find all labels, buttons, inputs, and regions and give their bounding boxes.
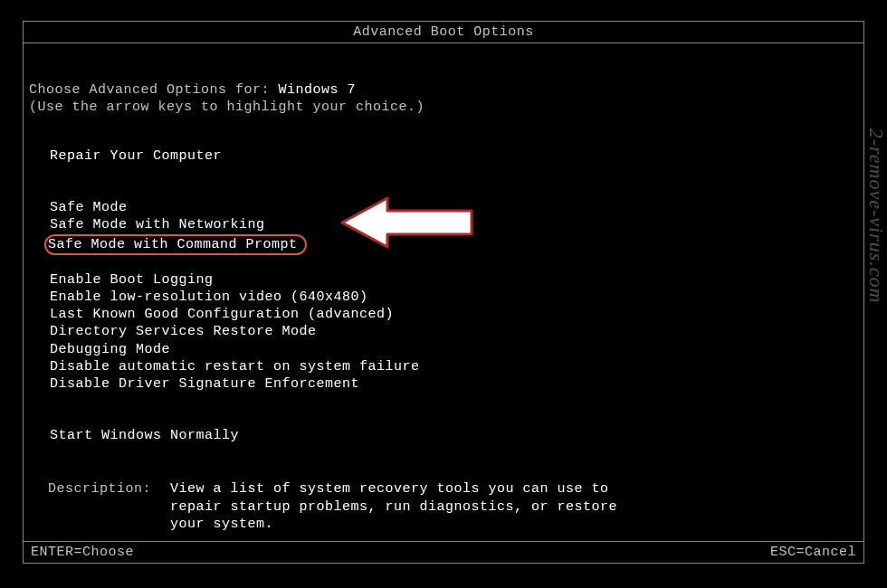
page-title: Advanced Boot Options [24, 22, 863, 43]
menu-item-safe-mode-cmd[interactable]: Safe Mode with Command Prompt [48, 234, 863, 255]
footer-enter-hint: ENTER=Choose [31, 545, 134, 560]
menu-item-label: Disable Driver Signature Enforcement [48, 375, 361, 393]
menu-item-debugging[interactable]: Debugging Mode [48, 341, 863, 358]
menu-item-last-known-good[interactable]: Last Known Good Configuration (advanced) [48, 306, 863, 323]
description-block: Description: View a list of system recov… [24, 444, 863, 533]
description-text: View a list of system recovery tools you… [170, 480, 641, 533]
hint-line: (Use the arrow keys to highlight your ch… [24, 98, 863, 115]
menu-item-label: Enable Boot Logging [48, 271, 215, 289]
menu-spacer [48, 165, 863, 199]
menu-item-disable-auto-restart[interactable]: Disable automatic restart on system fail… [48, 358, 863, 375]
menu-spacer [48, 393, 863, 427]
menu-item-label: Safe Mode with Networking [48, 216, 267, 233]
menu-item-label: Repair Your Computer [48, 147, 224, 165]
menu-item-ds-restore[interactable]: Directory Services Restore Mode [48, 323, 863, 340]
menu-item-boot-logging[interactable]: Enable Boot Logging [48, 271, 863, 289]
footer-bar: ENTER=Choose ESC=Cancel [24, 541, 863, 563]
menu-spacer [48, 255, 863, 271]
menu-item-label: Safe Mode with Command Prompt [44, 234, 307, 255]
intro-line: Choose Advanced Options for: Windows 7 [24, 43, 863, 98]
intro-prefix: Choose Advanced Options for: [29, 82, 279, 98]
boot-screen: Advanced Boot Options Choose Advanced Op… [23, 21, 864, 564]
boot-menu[interactable]: Repair Your Computer Safe Mode Safe Mode… [24, 115, 863, 444]
menu-item-label: Directory Services Restore Mode [48, 323, 319, 340]
watermark-text: 2-remove-virus.com [864, 128, 887, 304]
content-area: Choose Advanced Options for: Windows 7 (… [24, 43, 863, 533]
menu-item-repair[interactable]: Repair Your Computer [48, 147, 863, 165]
menu-item-label: Last Known Good Configuration (advanced) [48, 306, 396, 323]
menu-item-label: Debugging Mode [48, 341, 172, 358]
description-label: Description: [48, 480, 170, 533]
menu-item-safe-mode[interactable]: Safe Mode [48, 199, 863, 216]
intro-os-name: Windows 7 [279, 82, 357, 98]
menu-item-label: Start Windows Normally [48, 427, 241, 444]
menu-item-low-res[interactable]: Enable low-resolution video (640x480) [48, 289, 863, 306]
menu-item-label: Enable low-resolution video (640x480) [48, 289, 370, 306]
menu-item-disable-driver-sig[interactable]: Disable Driver Signature Enforcement [48, 375, 863, 393]
menu-item-start-normally[interactable]: Start Windows Normally [48, 427, 863, 444]
menu-item-label: Disable automatic restart on system fail… [48, 358, 422, 375]
footer-esc-hint: ESC=Cancel [770, 545, 856, 560]
menu-item-label: Safe Mode [48, 199, 129, 216]
menu-item-safe-mode-net[interactable]: Safe Mode with Networking [48, 216, 863, 233]
